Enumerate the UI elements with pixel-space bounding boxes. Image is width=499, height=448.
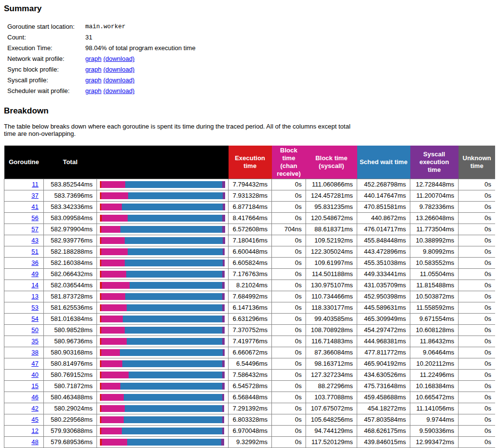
goroutine-cell: 40 (4, 370, 44, 381)
block-syscall-cell: 117.520129ms (306, 437, 357, 448)
block-syscall-cell: 87.366084ms (306, 347, 357, 358)
summary-value: graph (download) (85, 86, 195, 96)
unknown-cell: 0s (459, 302, 496, 314)
summary-label: Scheduler wait profile: (7, 86, 85, 96)
sched-wait-cell: 465.904192ms (357, 358, 410, 370)
bar-cell (97, 314, 229, 325)
summary-row: Goroutine start location:main.worker (7, 21, 195, 32)
sched-wait-cell: 455.351038ms (357, 258, 410, 269)
goroutine-link[interactable]: 56 (32, 214, 38, 222)
graph-link[interactable]: graph (85, 87, 101, 94)
goroutine-link[interactable]: 35 (32, 337, 38, 345)
goroutine-link[interactable]: 53 (32, 304, 38, 311)
goroutine-link[interactable]: 40 (32, 371, 38, 378)
goroutine-link[interactable]: 12 (32, 427, 38, 434)
total-cell: 583.099584ms (44, 213, 97, 224)
goroutine-link[interactable]: 50 (32, 326, 38, 334)
graph-link[interactable]: graph (85, 76, 101, 84)
bar-cell (97, 381, 229, 392)
goroutine-link[interactable]: 38 (32, 349, 38, 356)
goroutine-cell: 11 (4, 179, 44, 190)
unknown-cell: 0s (459, 314, 496, 325)
goroutine-link[interactable]: 49 (32, 270, 38, 278)
graph-link[interactable]: graph (85, 55, 101, 62)
goroutine-cell: 43 (4, 235, 44, 246)
block-chan-cell: 0s (272, 202, 306, 213)
goroutine-cell: 48 (4, 437, 44, 448)
goroutine-cell: 47 (4, 358, 44, 370)
table-row: 35580.96736ms7.419776ms0s116.714883ms444… (4, 336, 496, 347)
table-row: 38580.903168ms6.660672ms0s87.366084ms477… (4, 347, 496, 358)
goroutine-link[interactable]: 54 (32, 315, 38, 322)
block-chan-cell: 0s (272, 437, 306, 448)
sched-wait-bar-segment (122, 428, 222, 434)
goroutine-link[interactable]: 13 (32, 293, 38, 300)
block-syscall-cell: 99.403585ms (306, 314, 357, 325)
bar-cell (97, 302, 229, 314)
summary-table: Goroutine start location:main.workerCoun… (7, 21, 195, 96)
download-link[interactable]: (download) (103, 87, 134, 94)
execution-time-cell: 6.568448ms (229, 392, 272, 403)
syscall-exec-bar-segment (221, 439, 224, 446)
block-syscall-cell: 88.27296ms (306, 381, 357, 392)
goroutine-link[interactable]: 14 (32, 281, 38, 289)
goroutine-link[interactable]: 41 (32, 203, 38, 210)
bar-cell (97, 403, 229, 414)
table-row: 48579.689536ms9.32992ms0s117.520129ms439… (4, 437, 496, 448)
syscall-exec-cell: 9.80992ms (410, 246, 459, 258)
goroutine-link[interactable]: 43 (32, 237, 38, 244)
goroutine-link[interactable]: 57 (32, 225, 38, 233)
unknown-cell: 0s (459, 280, 496, 291)
graph-link[interactable]: graph (85, 66, 101, 73)
goroutine-link[interactable]: 11 (32, 181, 39, 188)
total-cell: 583.342336ms (44, 202, 97, 213)
unknown-cell: 0s (459, 403, 496, 414)
unknown-cell: 0s (459, 235, 496, 246)
download-link[interactable]: (download) (103, 76, 134, 84)
syscall-exec-cell: 12.993472ms (410, 437, 459, 448)
goroutine-link[interactable]: 45 (32, 416, 38, 423)
sched-wait-bar-segment (127, 304, 222, 311)
goroutine-link[interactable]: 48 (32, 438, 38, 446)
syscall-exec-bar-segment (222, 215, 225, 222)
syscall-exec-cell: 9.590336ms (410, 426, 459, 437)
goroutine-link[interactable]: 15 (32, 382, 38, 390)
summary-label: Count: (7, 32, 85, 43)
block-syscall-cell: 94.744129ms (306, 426, 357, 437)
syscall-exec-cell: 9.671554ms (410, 314, 459, 325)
sched-wait-cell: 475.731648ms (357, 381, 410, 392)
col-goroutine: Goroutine (4, 146, 44, 179)
unknown-cell: 0s (459, 258, 496, 269)
goroutine-link[interactable]: 47 (32, 360, 38, 367)
syscall-exec-cell: 13.266048ms (410, 213, 459, 224)
unknown-cell: 0s (459, 347, 496, 358)
time-breakdown-bar (100, 394, 225, 401)
syscall-exec-cell: 9.9744ms (410, 414, 459, 426)
block-syscall-bar-segment (101, 181, 125, 188)
block-syscall-cell: 109.61997ms (306, 258, 357, 269)
bar-cell (97, 437, 229, 448)
goroutine-link[interactable]: 51 (32, 248, 38, 255)
download-link[interactable]: (download) (103, 55, 134, 62)
total-cell: 582.160384ms (44, 258, 97, 269)
sched-wait-bar-segment (125, 237, 223, 244)
unknown-cell: 0s (459, 246, 496, 258)
goroutine-link[interactable]: 37 (32, 192, 38, 199)
syscall-exec-cell: 10.665472ms (410, 392, 459, 403)
table-row: 47580.814976ms6.54496ms0s98.163712ms465.… (4, 358, 496, 370)
block-syscall-bar-segment (101, 360, 122, 367)
syscall-exec-cell: 11.200704ms (410, 190, 459, 202)
total-cell: 580.71872ms (44, 381, 97, 392)
goroutine-link[interactable]: 46 (32, 393, 38, 401)
summary-row: Network wait profile:graph (download) (7, 54, 195, 64)
bar-cell (97, 370, 229, 381)
goroutine-link[interactable]: 36 (32, 259, 38, 266)
table-row: 43582.939776ms7.180416ms0s109.52192ms455… (4, 235, 496, 246)
total-cell: 579.930688ms (44, 426, 97, 437)
block-chan-cell: 0s (272, 269, 306, 280)
block-syscall-cell: 120.548672ms (306, 213, 357, 224)
unknown-cell: 0s (459, 437, 496, 448)
unknown-cell: 0s (459, 190, 496, 202)
goroutine-link[interactable]: 42 (32, 405, 38, 412)
download-link[interactable]: (download) (103, 66, 134, 73)
